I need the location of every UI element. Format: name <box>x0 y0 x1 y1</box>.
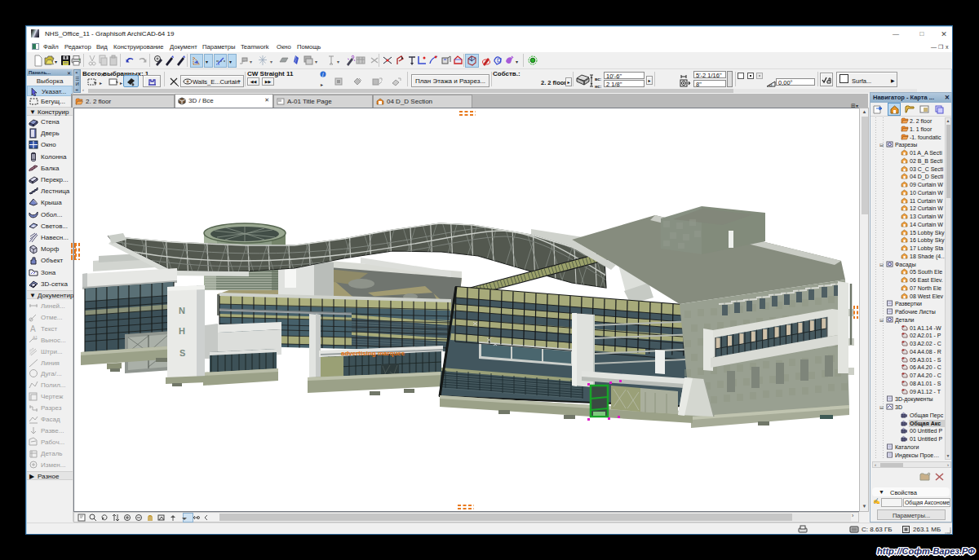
svg-text:α: α <box>769 82 773 87</box>
svg-text:A: A <box>30 324 36 333</box>
svg-text:A1: A1 <box>33 335 38 340</box>
svg-text:S: S <box>179 348 185 358</box>
svg-text:advertising marquee: advertising marquee <box>341 350 405 357</box>
svg-text:N: N <box>179 306 185 315</box>
svg-text:H: H <box>179 326 185 336</box>
